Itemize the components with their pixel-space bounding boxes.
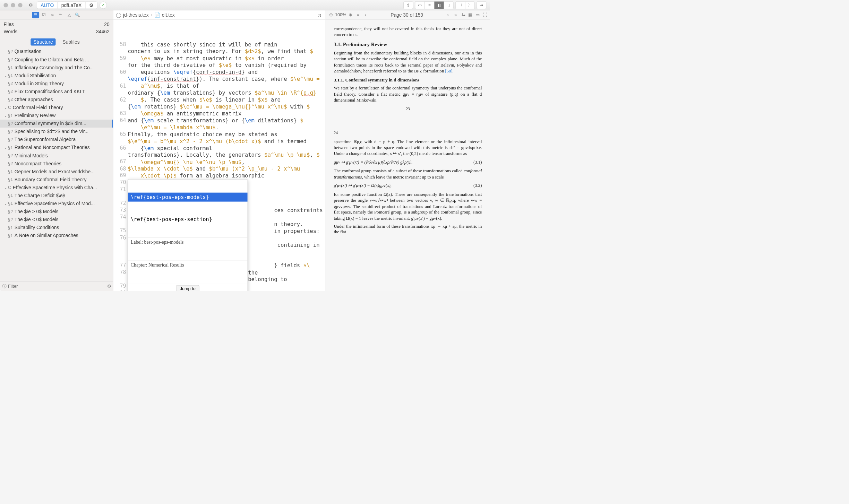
outline-view-icon[interactable]: ☰ bbox=[32, 12, 39, 18]
files-label: Files bbox=[3, 21, 14, 27]
auto-typeset-button[interactable]: AUTO bbox=[37, 2, 58, 9]
outline-item[interactable]: §1Inflationary Cosmology and The Co... bbox=[0, 63, 113, 71]
equation-number: (3.2) bbox=[473, 183, 482, 189]
editor-pane: ◯ jd-thesis.tex › 📄cft.tex π 58596061626… bbox=[113, 10, 326, 291]
autocomplete-chapter-info: Chapter: Numerical Results bbox=[128, 260, 248, 270]
layout-lines-icon[interactable]: ≡ bbox=[424, 1, 434, 9]
page-number: 24 bbox=[334, 130, 482, 136]
outline-item[interactable]: §2The $\e < 0$ Models bbox=[0, 216, 113, 224]
share-icon[interactable]: ⇪ bbox=[403, 1, 413, 9]
equation-number: (3.1) bbox=[473, 159, 482, 165]
outline-item[interactable]: §2Quantisation bbox=[0, 47, 113, 55]
page-indicator: Page 30 of 159 bbox=[370, 12, 444, 18]
page-prev-icon[interactable]: ‹ bbox=[363, 12, 369, 18]
outline-item[interactable]: ⌄§1Rational and Noncompact Theories bbox=[0, 144, 113, 151]
engine-select[interactable]: pdfLaTeX bbox=[58, 2, 85, 9]
outline-item[interactable]: §2The Superconformal Algebra bbox=[0, 136, 113, 144]
page-first-icon[interactable]: « bbox=[355, 12, 361, 18]
settings-icon[interactable]: ⚙ bbox=[27, 1, 34, 9]
outline-item[interactable]: §2Coupling to the Dilaton and Beta ... bbox=[0, 55, 113, 63]
outline-item[interactable]: ⌄CConformal Field Theory bbox=[0, 104, 113, 112]
nav-back-button[interactable]: 〈 bbox=[455, 1, 465, 9]
layout-split-icon[interactable]: ◧ bbox=[434, 1, 444, 9]
preview-text: We start by a formulation of the conform… bbox=[334, 85, 482, 103]
filter-help-icon[interactable]: ⓘ bbox=[2, 283, 7, 289]
files-count: 20 bbox=[104, 21, 109, 27]
sidebar-stats: Files20 Words34462 bbox=[0, 20, 113, 36]
outline-tree: §2Quantisation§2Coupling to the Dilaton … bbox=[0, 47, 113, 281]
words-count: 34462 bbox=[96, 29, 110, 34]
equation: gμν ↦ g′μν(x′) = (∂xλ/∂x′μ)(∂xρ/∂x′ν) gλ… bbox=[334, 159, 412, 165]
preview-subheading: 3.1.1. Conformal symmetry in d dimension… bbox=[334, 77, 482, 83]
preview-text: Under the infinitesimal form of these tr… bbox=[334, 223, 482, 235]
page-last-icon[interactable]: » bbox=[453, 12, 458, 18]
equation: g′μν(x′) ↦ g′μν(x′) = Ω(x)gμν(x), bbox=[334, 183, 392, 189]
typeset-segment: AUTO pdfLaTeX ⚙ bbox=[37, 1, 97, 9]
outline-item[interactable]: ⌄§1Preliminary Review bbox=[0, 112, 113, 120]
outline-item[interactable]: §2Specialising to $d=2$ and the Vir... bbox=[0, 128, 113, 136]
sync-position-icon[interactable]: ⇥ bbox=[477, 1, 486, 9]
outline-item[interactable]: §2Other approaches bbox=[0, 96, 113, 104]
preview-tool-icon[interactable]: ⇆ bbox=[460, 12, 466, 18]
outline-item[interactable]: §2Conformal symmetry in $d$ dim... bbox=[0, 120, 113, 128]
tab-subfiles[interactable]: Subfiles bbox=[60, 38, 82, 46]
preview-pane: ⊖ 100% ⊕ « ‹ Page 30 of 159 › » ⇆ ▦ ▭ ⛶ … bbox=[326, 10, 490, 291]
outline-item[interactable]: ⌄CEffective Spacetime Physics with Cha..… bbox=[0, 184, 113, 192]
preview-text: The conformal group consists of a subset… bbox=[334, 168, 482, 180]
preview-text: spacetime ℝp,q with d = p + q. The line … bbox=[334, 139, 482, 156]
autocomplete-popup: \ref{best-pos-eps-models} \ref{best-pos-… bbox=[128, 179, 248, 291]
outline-item[interactable]: §2The $\e > 0$ Models bbox=[0, 208, 113, 216]
outline-item[interactable]: §2Moduli in String Theory bbox=[0, 80, 113, 88]
filter-settings-icon[interactable]: ⚙ bbox=[107, 284, 111, 289]
warnings-view-icon[interactable]: △ bbox=[66, 12, 73, 18]
outline-item[interactable]: §1Boundary Conformal Field Theory bbox=[0, 176, 113, 184]
preview-fit-icon[interactable]: ▭ bbox=[475, 12, 481, 18]
preview-text: Beginning from the rudimentary building … bbox=[334, 50, 482, 74]
zoom-in-icon[interactable]: ⊕ bbox=[348, 12, 353, 18]
sidebar: ☰ ☑ ∞ 🗀 △ 🔍 Files20 Words34462 Structure… bbox=[0, 10, 113, 291]
file-nav-icon[interactable]: ◯ bbox=[116, 12, 121, 18]
autocomplete-option[interactable]: \ref{best-pos-eps-models} bbox=[128, 193, 248, 202]
layout-page-icon[interactable]: ▯ bbox=[444, 1, 454, 9]
close-window[interactable] bbox=[3, 3, 8, 7]
zoom-window[interactable] bbox=[18, 3, 23, 7]
typeset-success-icon[interactable]: ✔ bbox=[100, 1, 107, 9]
files-view-icon[interactable]: 🗀 bbox=[57, 12, 65, 18]
engine-settings-icon[interactable]: ⚙ bbox=[85, 2, 97, 9]
todo-view-icon[interactable]: ☑ bbox=[40, 12, 48, 18]
page-number: 23 bbox=[334, 106, 482, 112]
window-controls bbox=[3, 3, 22, 7]
words-label: Words bbox=[3, 29, 17, 34]
zoom-value: 100% bbox=[335, 12, 346, 17]
layout-single-icon[interactable]: ▭ bbox=[415, 1, 425, 9]
preview-grid-icon[interactable]: ▦ bbox=[468, 12, 473, 18]
outline-item[interactable]: ⌄§1Moduli Stabilisation bbox=[0, 72, 113, 80]
math-mode-icon[interactable]: π bbox=[316, 12, 323, 18]
filter-input[interactable] bbox=[8, 284, 105, 289]
autocomplete-option[interactable]: \ref{best-pos-eps-section} bbox=[128, 215, 248, 224]
refs-view-icon[interactable]: ∞ bbox=[49, 12, 56, 18]
outline-item[interactable]: §2Flux Compactifications and KKLT bbox=[0, 88, 113, 96]
outline-item[interactable]: §1Gepner Models and Exact worldshe... bbox=[0, 168, 113, 176]
pdf-preview[interactable]: correspondence, they will not be covered… bbox=[326, 20, 490, 291]
preview-fullscreen-icon[interactable]: ⛶ bbox=[482, 12, 488, 18]
page-next-icon[interactable]: › bbox=[445, 12, 451, 18]
citation-link[interactable]: [58] bbox=[445, 68, 452, 73]
jump-to-button[interactable]: Jump to bbox=[176, 285, 199, 291]
outline-item[interactable]: §2Minimal Models bbox=[0, 151, 113, 159]
nav-forward-button[interactable]: 〉 bbox=[465, 1, 475, 9]
tab-structure[interactable]: Structure bbox=[31, 38, 55, 46]
preview-text: correspondence, they will not be covered… bbox=[334, 26, 482, 37]
preview-text: for some positive function Ω(x). These a… bbox=[334, 191, 482, 221]
breadcrumb-root[interactable]: jd-thesis.tex bbox=[123, 12, 149, 18]
code-editor[interactable]: 5859606162636465666768697071727374757677… bbox=[113, 20, 326, 291]
outline-item[interactable]: §1Suitability Conditions bbox=[0, 224, 113, 232]
zoom-out-icon[interactable]: ⊖ bbox=[328, 12, 334, 18]
outline-item[interactable]: §1A Note on Similar Approaches bbox=[0, 232, 113, 240]
outline-item[interactable]: §2Noncompact Theories bbox=[0, 159, 113, 167]
outline-item[interactable]: ⌄§1Effective Spacetime Physics of Mod... bbox=[0, 200, 113, 208]
outline-item[interactable]: §1The Charge Deficit $\e$ bbox=[0, 192, 113, 200]
breadcrumb-current[interactable]: 📄cft.tex bbox=[154, 12, 175, 18]
search-view-icon[interactable]: 🔍 bbox=[74, 12, 81, 18]
minimize-window[interactable] bbox=[11, 3, 15, 7]
